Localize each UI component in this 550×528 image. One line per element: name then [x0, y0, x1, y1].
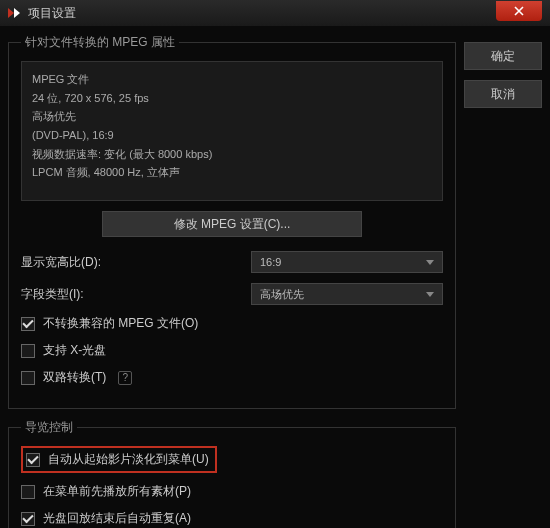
close-button[interactable]	[496, 1, 542, 21]
ok-button[interactable]: 确定	[464, 42, 542, 70]
auto-repeat-label: 光盘回放结束后自动重复(A)	[43, 510, 191, 527]
app-logo-icon	[6, 6, 22, 20]
mpeg-properties-group: 针对文件转换的 MPEG 属性 MPEG 文件 24 位, 720 x 576,…	[8, 34, 456, 409]
nav-legend: 导览控制	[21, 419, 77, 436]
no-convert-label: 不转换兼容的 MPEG 文件(O)	[43, 315, 198, 332]
auto-fade-checkbox[interactable]	[26, 453, 40, 467]
chevron-down-icon	[426, 260, 434, 265]
twopass-checkbox[interactable]	[21, 371, 35, 385]
info-line: LPCM 音频, 48000 Hz, 立体声	[32, 163, 432, 182]
mpeg-info-box: MPEG 文件 24 位, 720 x 576, 25 fps 高场优先 (DV…	[21, 61, 443, 201]
modify-mpeg-button[interactable]: 修改 MPEG 设置(C)...	[102, 211, 362, 237]
highlighted-option: 自动从起始影片淡化到菜单(U)	[21, 446, 217, 473]
info-line: 视频数据速率: 变化 (最大 8000 kbps)	[32, 145, 432, 164]
help-icon[interactable]: ?	[118, 371, 132, 385]
auto-repeat-checkbox[interactable]	[21, 512, 35, 526]
info-line: 高场优先	[32, 107, 432, 126]
no-convert-checkbox[interactable]	[21, 317, 35, 331]
aspect-ratio-label: 显示宽高比(D):	[21, 254, 251, 271]
twopass-label: 双路转换(T)	[43, 369, 106, 386]
field-type-select[interactable]: 高场优先	[251, 283, 443, 305]
info-line: MPEG 文件	[32, 70, 432, 89]
mpeg-legend: 针对文件转换的 MPEG 属性	[21, 34, 179, 51]
cancel-button[interactable]: 取消	[464, 80, 542, 108]
navigation-control-group: 导览控制 自动从起始影片淡化到菜单(U) 在菜单前先播放所有素材(P) 光盘回放…	[8, 419, 456, 528]
window-title: 项目设置	[28, 5, 76, 22]
info-line: 24 位, 720 x 576, 25 fps	[32, 89, 432, 108]
svg-marker-0	[8, 8, 14, 18]
xdisc-checkbox[interactable]	[21, 344, 35, 358]
xdisc-label: 支持 X-光盘	[43, 342, 106, 359]
titlebar: 项目设置	[0, 0, 550, 26]
aspect-ratio-select[interactable]: 16:9	[251, 251, 443, 273]
auto-fade-label: 自动从起始影片淡化到菜单(U)	[48, 451, 209, 468]
svg-marker-1	[14, 8, 20, 18]
play-before-menu-label: 在菜单前先播放所有素材(P)	[43, 483, 191, 500]
close-icon	[514, 6, 524, 16]
play-before-menu-checkbox[interactable]	[21, 485, 35, 499]
chevron-down-icon	[426, 292, 434, 297]
info-line: (DVD-PAL), 16:9	[32, 126, 432, 145]
field-type-label: 字段类型(I):	[21, 286, 251, 303]
